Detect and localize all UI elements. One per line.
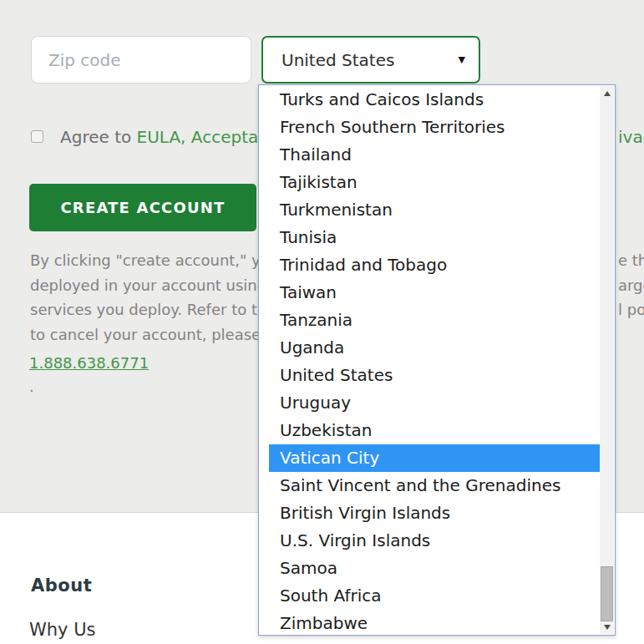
chevron-down-icon: ▼ [459, 54, 465, 65]
country-options: Turks and Caicos IslandsFrench Southern … [269, 86, 600, 634]
disclaimer-line: to cancel your account, please c [30, 322, 279, 347]
country-option[interactable]: Tunisia [269, 224, 600, 251]
arrow-down-icon [604, 625, 611, 630]
create-account-button[interactable]: CREATE ACCOUNT [29, 184, 256, 231]
country-option[interactable]: British Virgin Islands [269, 499, 600, 527]
disclaimer-text: By clicking "create account," youdeploye… [30, 248, 279, 347]
disclaimer-line-fragment: arge [618, 273, 644, 298]
country-option[interactable]: Taiwan [269, 279, 600, 307]
zip-code-input[interactable] [31, 36, 251, 84]
footer-heading-about: About [31, 576, 92, 596]
dropdown-scrollbar[interactable] [600, 86, 614, 634]
disclaimer-text-right-fragments: e thargel po [618, 248, 644, 322]
agree-checkbox[interactable] [31, 130, 43, 143]
phone-link[interactable]: 1.888.638.6771 [29, 354, 149, 372]
country-dropdown-list: Turks and Caicos IslandsFrench Southern … [258, 84, 616, 636]
country-option[interactable]: Samoa [269, 555, 600, 582]
country-select-value: United States [281, 50, 394, 70]
country-option[interactable]: Uganda [269, 334, 600, 362]
disclaimer-line-fragment: l po [618, 297, 644, 322]
arrow-up-icon [604, 91, 611, 96]
country-option[interactable]: Zimbabwe [269, 610, 600, 634]
country-option[interactable]: Tajikistan [269, 169, 600, 196]
disclaimer-line: services you deploy. Refer to the [30, 297, 279, 322]
agree-label-text: Agree to [60, 127, 137, 147]
country-option[interactable]: French Southern Territories [269, 114, 600, 141]
country-option[interactable]: South Africa [269, 582, 600, 610]
eula-link[interactable]: EULA, Acceptab [137, 127, 269, 147]
privacy-link-fragment[interactable]: ivac [618, 127, 644, 147]
country-option[interactable]: Vatican City [269, 444, 600, 472]
country-select[interactable]: United States ▼ [261, 36, 480, 84]
country-option[interactable]: Turks and Caicos Islands [269, 86, 600, 114]
trailing-period: . [29, 378, 34, 395]
disclaimer-line: deployed in your account using [30, 273, 279, 298]
country-option[interactable]: United States [269, 362, 600, 389]
country-option[interactable]: Turkmenistan [269, 196, 600, 224]
country-option[interactable]: Tanzania [269, 307, 600, 334]
country-option[interactable]: Trinidad and Tobago [269, 251, 600, 279]
country-option[interactable]: Uruguay [269, 389, 600, 417]
country-option[interactable]: Uzbekistan [269, 417, 600, 444]
scroll-down-button[interactable] [600, 620, 614, 634]
country-option[interactable]: Saint Vincent and the Grenadines [269, 472, 600, 499]
disclaimer-line: By clicking "create account," you [30, 248, 279, 273]
agree-label: Agree to EULA, Acceptab [60, 127, 269, 147]
scroll-up-button[interactable] [600, 86, 614, 100]
disclaimer-line-fragment: e th [618, 248, 644, 273]
country-option[interactable]: U.S. Virgin Islands [269, 527, 600, 555]
scrollbar-thumb[interactable] [601, 566, 613, 621]
country-option[interactable]: Thailand [269, 141, 600, 169]
footer-link-why-us[interactable]: Why Us [29, 620, 96, 640]
